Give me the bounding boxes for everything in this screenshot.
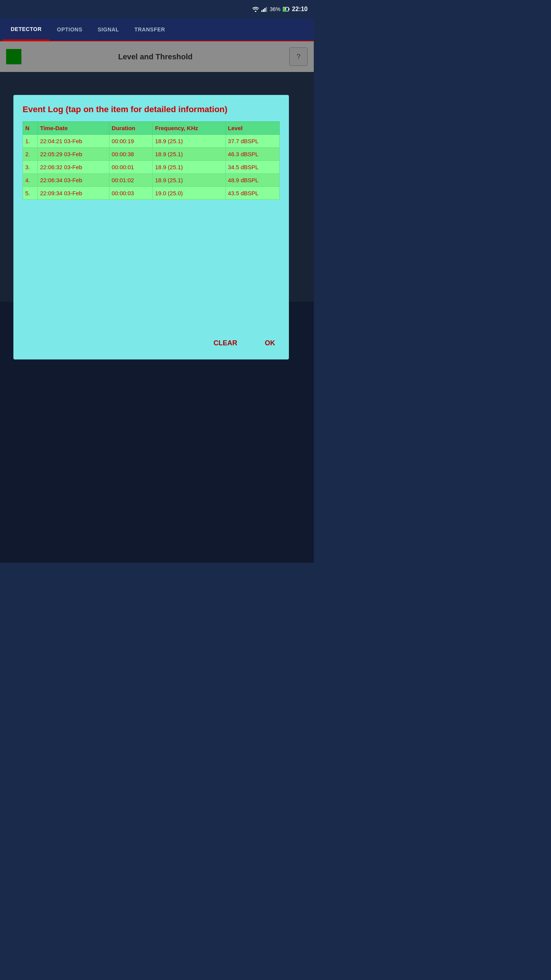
battery-icon [283, 7, 290, 11]
cell-n: 5. [23, 186, 38, 199]
empty-log-area [23, 200, 280, 330]
event-log-dialog: Event Log (tap on the item for detailed … [13, 95, 289, 359]
dialog-actions: CLEAR OK [23, 330, 280, 350]
cell-frequency: 18.9 (25.1) [153, 173, 225, 186]
tab-signal[interactable]: SIGNAL [90, 18, 127, 41]
background-content: Level and Threshold ? Level, dBSPL Event… [0, 41, 314, 563]
cell-duration: 00:01:02 [109, 173, 152, 186]
cell-level: 43.5 dBSPL [225, 186, 279, 199]
wifi-icon [252, 7, 259, 12]
col-header-timedate: Time-Date [37, 121, 109, 134]
svg-rect-6 [289, 8, 290, 10]
battery-percent: 36% [270, 6, 280, 12]
clear-button[interactable]: CLEAR [209, 336, 242, 350]
status-bar: 36% 22:10 [0, 0, 314, 18]
cell-duration: 00:00:03 [109, 186, 152, 199]
cell-duration: 00:00:38 [109, 147, 152, 160]
table-row[interactable]: 2.22:05:29 03-Feb00:00:3818.9 (25.1)46.3… [23, 147, 280, 160]
col-header-n: N [23, 121, 38, 134]
table-row[interactable]: 5.22:09:34 03-Feb00:00:0319.0 (25.0)43.5… [23, 186, 280, 199]
cell-frequency: 18.9 (25.1) [153, 134, 225, 147]
table-row[interactable]: 1.22:04:21 03-Feb00:00:1918.9 (25.1)37.7… [23, 134, 280, 147]
col-header-level: Level [225, 121, 279, 134]
status-icons: 36% 22:10 [252, 6, 308, 13]
status-time: 22:10 [292, 6, 308, 13]
tab-transfer[interactable]: TRANSFER [127, 18, 173, 41]
cell-level: 37.7 dBSPL [225, 134, 279, 147]
cell-n: 3. [23, 160, 38, 173]
cell-timeDate: 22:06:34 03-Feb [37, 173, 109, 186]
ok-button[interactable]: OK [260, 336, 280, 350]
col-header-frequency: Frequency, KHz [153, 121, 225, 134]
cell-duration: 00:00:19 [109, 134, 152, 147]
dialog-title: Event Log (tap on the item for detailed … [23, 104, 280, 115]
svg-point-0 [255, 11, 256, 12]
svg-rect-4 [266, 7, 267, 12]
cell-level: 34.5 dBSPL [225, 160, 279, 173]
tab-detector[interactable]: DETECTOR [3, 18, 49, 41]
cell-timeDate: 22:06:32 03-Feb [37, 160, 109, 173]
cell-n: 1. [23, 134, 38, 147]
cell-n: 4. [23, 173, 38, 186]
svg-rect-3 [264, 8, 266, 12]
table-row[interactable]: 4.22:06:34 03-Feb00:01:0218.9 (25.1)48.9… [23, 173, 280, 186]
col-header-duration: Duration [109, 121, 152, 134]
svg-rect-1 [261, 10, 262, 12]
cell-frequency: 18.9 (25.1) [153, 160, 225, 173]
nav-bar: DETECTOR OPTIONS SIGNAL TRANSFER [0, 18, 314, 41]
table-row[interactable]: 3.22:06:32 03-Feb00:00:0118.9 (25.1)34.5… [23, 160, 280, 173]
cell-level: 48.9 dBSPL [225, 173, 279, 186]
signal-icon [261, 7, 267, 12]
cell-frequency: 19.0 (25.0) [153, 186, 225, 199]
event-table: N Time-Date Duration Frequency, KHz Leve… [23, 121, 280, 200]
cell-timeDate: 22:04:21 03-Feb [37, 134, 109, 147]
cell-timeDate: 22:09:34 03-Feb [37, 186, 109, 199]
tab-options[interactable]: OPTIONS [49, 18, 90, 41]
cell-frequency: 18.9 (25.1) [153, 147, 225, 160]
cell-level: 46.3 dBSPL [225, 147, 279, 160]
cell-duration: 00:00:01 [109, 160, 152, 173]
svg-rect-2 [263, 9, 264, 12]
cell-n: 2. [23, 147, 38, 160]
cell-timeDate: 22:05:29 03-Feb [37, 147, 109, 160]
